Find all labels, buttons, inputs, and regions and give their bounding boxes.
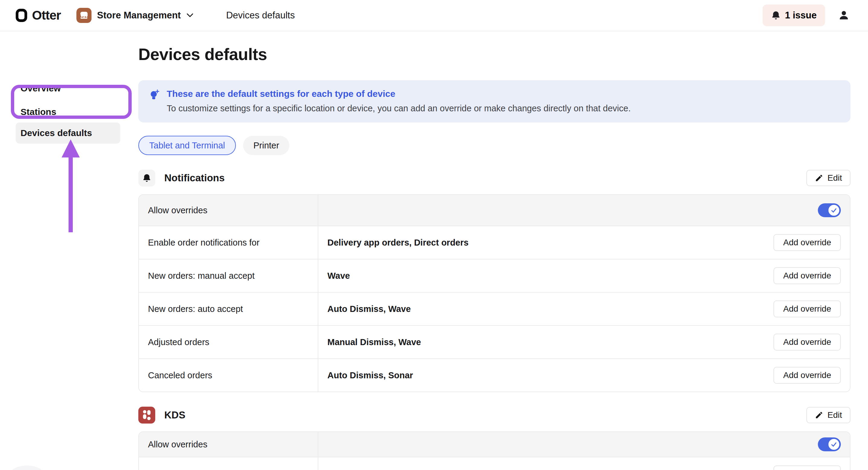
- table-row: New orders: auto accept Auto Dismiss, Wa…: [139, 292, 850, 325]
- section-title: KDS: [164, 409, 185, 421]
- workspace-switcher[interactable]: Store Management: [76, 8, 193, 23]
- breadcrumb: Devices defaults: [226, 10, 295, 21]
- row-value: Auto Dismiss, Wave: [328, 304, 411, 314]
- banner-body: To customize settings for a specific loc…: [167, 103, 630, 113]
- otter-logo-icon: [16, 9, 27, 22]
- row-label: Enable order notifications for: [139, 226, 318, 259]
- tab-tablet-and-terminal[interactable]: Tablet and Terminal: [138, 136, 236, 155]
- otter-logo[interactable]: Otter: [16, 8, 61, 23]
- add-override-button[interactable]: Add override: [773, 234, 841, 251]
- add-override-button[interactable]: Add override: [773, 334, 841, 350]
- section-title: Notifications: [164, 172, 225, 184]
- edit-notifications-button[interactable]: Edit: [806, 170, 850, 186]
- row-label: [139, 457, 318, 470]
- row-value: Delivery app orders, Direct orders: [328, 238, 468, 248]
- app-window: Otter Store Management Devices defaults …: [0, 0, 868, 470]
- chevron-down-icon: [186, 13, 194, 18]
- row-label: New orders: manual accept: [139, 260, 318, 292]
- brand-name: Otter: [32, 8, 61, 23]
- row-label: New orders: auto accept: [139, 293, 318, 325]
- table-row: 2 x 5 grid Add override: [139, 457, 850, 470]
- workspace-label: Store Management: [97, 10, 181, 21]
- table-row: Canceled orders Auto Dismiss, Sonar Add …: [139, 358, 850, 392]
- edit-button-label: Edit: [828, 410, 842, 420]
- tab-printer[interactable]: Printer: [243, 136, 289, 155]
- row-label: Allow overrides: [139, 432, 318, 457]
- device-type-tabs: Tablet and Terminal Printer: [138, 136, 850, 155]
- allow-overrides-toggle[interactable]: [818, 203, 841, 217]
- kds-section-header: KDS Edit: [138, 407, 850, 424]
- info-banner: These are the default settings for each …: [138, 80, 850, 123]
- kds-grid-icon: [138, 407, 155, 424]
- store-icon: [76, 8, 92, 23]
- table-row: Allow overrides: [139, 432, 850, 457]
- page-title: Devices defaults: [138, 45, 850, 64]
- table-row: Adjusted orders Manual Dismiss, Wave Add…: [139, 325, 850, 358]
- lightbulb-icon: [149, 89, 159, 113]
- issues-count-label: 1 issue: [785, 10, 817, 21]
- row-label: Allow overrides: [139, 195, 318, 226]
- bell-icon: [138, 170, 155, 187]
- person-icon: [838, 9, 850, 22]
- user-avatar-button[interactable]: [838, 9, 850, 22]
- add-override-button[interactable]: Add override: [773, 367, 841, 384]
- add-override-button[interactable]: Add override: [773, 300, 841, 317]
- kds-settings-table: Allow overrides 2 x 5 grid Add override: [138, 431, 850, 470]
- notifications-settings-table: Allow overrides Enable order notificatio…: [138, 194, 850, 392]
- table-row: Enable order notifications for Delivery …: [139, 226, 850, 259]
- row-value: Wave: [328, 271, 350, 281]
- add-override-button[interactable]: Add override: [773, 466, 841, 470]
- issues-button[interactable]: 1 issue: [763, 4, 825, 26]
- toggle-knob-check-icon: [829, 205, 839, 216]
- row-label: Canceled orders: [139, 359, 318, 392]
- banner-title: These are the default settings for each …: [167, 89, 630, 99]
- table-row: New orders: manual accept Wave Add overr…: [139, 259, 850, 292]
- main-content: Devices defaults These are the default s…: [138, 31, 850, 470]
- allow-overrides-toggle[interactable]: [818, 437, 841, 451]
- table-row: Allow overrides: [139, 195, 850, 226]
- notifications-section-header: Notifications Edit: [138, 170, 850, 187]
- bell-icon: [771, 10, 781, 20]
- row-value: 2 x 5 grid: [328, 469, 366, 470]
- row-value: Manual Dismiss, Wave: [328, 337, 421, 347]
- toggle-knob-check-icon: [829, 439, 839, 450]
- sidebar-item-devices-defaults[interactable]: Devices defaults: [16, 123, 120, 144]
- pencil-icon: [815, 174, 823, 182]
- pencil-icon: [815, 411, 823, 419]
- edit-kds-button[interactable]: Edit: [806, 407, 850, 423]
- add-override-button[interactable]: Add override: [773, 267, 841, 284]
- sidebar-item-stations[interactable]: Stations: [21, 107, 56, 117]
- sidebar: Overview Stations Devices defaults: [0, 31, 133, 470]
- row-value: Auto Dismiss, Sonar: [328, 370, 413, 380]
- edit-button-label: Edit: [828, 173, 842, 183]
- sidebar-item-overview[interactable]: Overview: [21, 83, 61, 94]
- row-label: Adjusted orders: [139, 326, 318, 358]
- top-bar: Otter Store Management Devices defaults …: [0, 0, 868, 31]
